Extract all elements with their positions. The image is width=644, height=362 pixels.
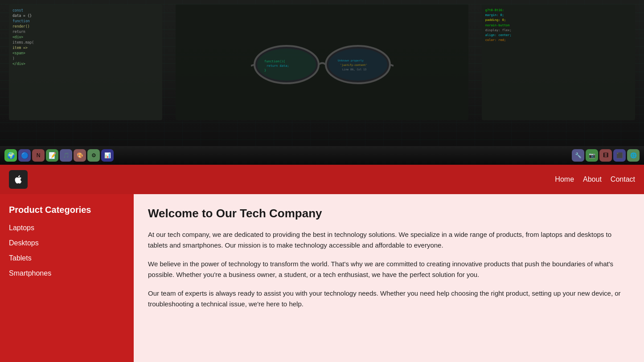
main-body: Product Categories Laptops Desktops Tabl…: [0, 194, 644, 362]
sidebar-link-desktops[interactable]: Desktops: [9, 239, 39, 247]
hero-banner: const data = {} function render() return…: [0, 0, 644, 165]
svg-text:Line 86, Col 13: Line 86, Col 13: [342, 68, 367, 71]
content-paragraph-3: Our team of experts is always ready to a…: [148, 288, 630, 309]
list-item[interactable]: Desktops: [9, 239, 125, 247]
list-item[interactable]: Smartphones: [9, 269, 125, 277]
nav-link-about[interactable]: About: [583, 175, 602, 183]
svg-line-3: [390, 65, 394, 66]
nav-link-contact[interactable]: Contact: [611, 175, 635, 183]
sidebar-link-laptops[interactable]: Laptops: [9, 224, 34, 232]
svg-text:}: }: [264, 69, 266, 72]
sidebar: Product Categories Laptops Desktops Tabl…: [0, 194, 134, 362]
nav-link-home[interactable]: Home: [555, 175, 574, 183]
nav-item-about[interactable]: About: [583, 175, 602, 183]
content-paragraph-2: We believe in the power of technology to…: [148, 259, 630, 280]
page-title: Welcome to Our Tech Company: [148, 207, 630, 220]
sidebar-link-smartphones[interactable]: Smartphones: [9, 269, 51, 277]
nav-item-contact[interactable]: Contact: [611, 175, 635, 183]
sidebar-list: Laptops Desktops Tablets Smartphones: [9, 224, 125, 277]
list-item[interactable]: Tablets: [9, 254, 125, 262]
sidebar-title: Product Categories: [9, 205, 125, 215]
navbar: Home About Contact: [0, 165, 644, 194]
svg-text:Unknown property: Unknown property: [338, 59, 364, 62]
svg-text:function(){: function(){: [264, 60, 285, 63]
nav-item-home[interactable]: Home: [555, 175, 574, 183]
logo[interactable]: [9, 170, 28, 189]
svg-text:return data;: return data;: [267, 64, 289, 68]
main-content: Welcome to Our Tech Company At our tech …: [134, 194, 644, 362]
sidebar-link-tablets[interactable]: Tablets: [9, 254, 32, 262]
nav-links: Home About Contact: [555, 175, 635, 183]
svg-line-2: [251, 65, 254, 66]
svg-text:'justify-content': 'justify-content': [340, 63, 367, 67]
content-paragraph-1: At our tech company, we are dedicated to…: [148, 229, 630, 251]
list-item[interactable]: Laptops: [9, 224, 125, 232]
